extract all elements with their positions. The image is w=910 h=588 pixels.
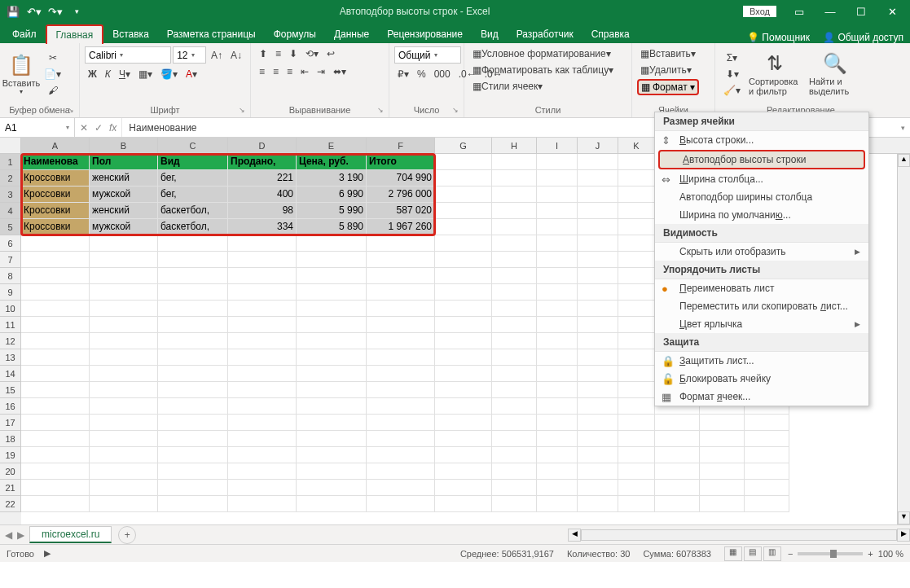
cell[interactable] [492,431,537,447]
cell[interactable] [228,235,297,252]
name-box[interactable]: A1▾ [0,118,75,137]
cell[interactable]: 5 890 [297,219,367,235]
copy-icon[interactable]: 📄▾ [41,67,64,81]
cell[interactable] [435,463,492,480]
cell[interactable]: Вид [158,154,228,170]
row-header[interactable]: 17 [0,415,21,431]
cell[interactable]: 1 967 260 [367,219,435,235]
cell[interactable] [90,447,158,463]
cell[interactable] [367,398,435,415]
cell[interactable] [492,333,537,349]
cell[interactable] [90,252,158,268]
expand-formula-icon[interactable]: ▾ [896,124,910,132]
cell[interactable] [492,366,537,382]
cell[interactable] [158,235,228,252]
row-header[interactable]: 16 [0,398,21,415]
font-name-dropdown[interactable]: Calibri▾ [85,46,171,64]
cell[interactable] [492,382,537,398]
cell[interactable] [21,333,90,349]
cell[interactable] [578,349,618,366]
cell[interactable] [367,366,435,382]
row-header[interactable]: 5 [0,219,21,235]
cell[interactable] [700,480,745,496]
cell[interactable] [578,186,618,203]
row-header[interactable]: 18 [0,431,21,447]
cell[interactable] [618,415,655,431]
cell[interactable]: Кроссовки [21,186,90,203]
cell[interactable] [367,496,435,512]
cell[interactable] [228,480,297,496]
cell[interactable] [578,382,618,398]
cell[interactable] [537,415,578,431]
cell[interactable] [158,431,228,447]
cell[interactable] [578,317,618,333]
cell[interactable] [367,382,435,398]
cell[interactable] [367,268,435,284]
cell[interactable] [367,284,435,301]
cell[interactable] [228,317,297,333]
cell[interactable] [700,463,745,480]
cell[interactable] [578,301,618,317]
cell[interactable] [537,235,578,252]
currency-icon[interactable]: ₽▾ [394,67,412,81]
cell[interactable] [618,463,655,480]
cell[interactable] [618,317,655,333]
autosum-icon[interactable]: Σ▾ [720,50,744,65]
menu-default-width[interactable]: Ширина по умолчанию... [655,206,868,224]
cell[interactable] [655,480,700,496]
cell[interactable] [21,301,90,317]
cell[interactable] [90,349,158,366]
underline-icon[interactable]: Ч▾ [116,67,134,81]
borders-icon[interactable]: ▦▾ [135,67,156,81]
cell[interactable] [90,317,158,333]
cell[interactable] [297,431,367,447]
decrease-font-icon[interactable]: A↓ [227,48,245,63]
increase-font-icon[interactable]: A↑ [208,48,226,63]
cell[interactable] [745,463,789,480]
cell[interactable] [228,333,297,349]
row-header[interactable]: 6 [0,235,21,252]
cell[interactable] [618,382,655,398]
row-header[interactable]: 19 [0,447,21,463]
insert-cells-button[interactable]: ▦ Вставить▾ [637,46,699,61]
sheet-tab[interactable]: microexcel.ru [29,526,112,543]
cell[interactable]: Кроссовки [21,170,90,186]
cell[interactable] [367,235,435,252]
align-left-icon[interactable]: ≡ [256,64,268,79]
cell[interactable] [745,447,789,463]
cell[interactable] [90,431,158,447]
row-header[interactable]: 7 [0,252,21,268]
cell[interactable] [297,317,367,333]
wrap-text-icon[interactable]: ↩ [323,46,338,61]
cell[interactable] [158,398,228,415]
launcher-icon[interactable]: ↘ [377,106,384,114]
row-header[interactable]: 13 [0,349,21,366]
minimize-icon[interactable]: — [815,2,845,20]
cell[interactable] [578,203,618,219]
tab-home[interactable]: Главная [46,24,104,44]
column-header[interactable]: I [537,138,578,153]
cell[interactable] [228,284,297,301]
cell[interactable] [618,333,655,349]
row-header[interactable]: 9 [0,284,21,301]
share-button[interactable]: 👤 Общий доступ [823,32,903,43]
cell[interactable] [537,366,578,382]
cell[interactable] [297,268,367,284]
cell[interactable] [537,317,578,333]
cell[interactable] [537,170,578,186]
sort-filter-button[interactable]: ⇅Сортировка и фильтр [745,47,804,101]
cell[interactable] [578,284,618,301]
align-right-icon[interactable]: ≡ [284,64,296,79]
tab-page-layout[interactable]: Разметка страницы [158,25,265,43]
cell[interactable] [158,496,228,512]
cell[interactable] [655,496,700,512]
zoom-in-icon[interactable]: + [868,549,873,559]
fill-icon[interactable]: ⬇▾ [720,67,744,81]
cell[interactable] [492,447,537,463]
cell[interactable] [228,349,297,366]
cell[interactable] [618,349,655,366]
column-header[interactable]: C [158,138,228,153]
cell[interactable] [435,317,492,333]
cell[interactable] [297,349,367,366]
cell[interactable] [537,186,578,203]
